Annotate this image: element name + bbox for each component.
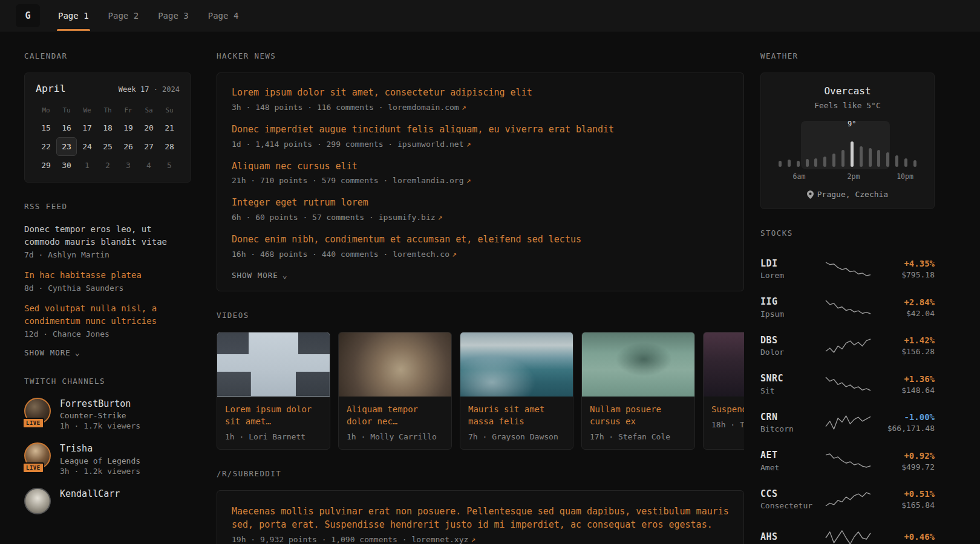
avatar: LIVE bbox=[24, 442, 51, 469]
video-title[interactable]: Mauris sit amet massa felis bbox=[460, 397, 573, 428]
middle-column: HACKER NEWS Lorem ipsum dolor sit amet, … bbox=[217, 51, 744, 544]
stocks-widget: STOCKS LDI Lorem +4.35% $795.18 IIG Ipsu… bbox=[760, 228, 935, 544]
hn-story: Donec enim nibh, condimentum et accumsan… bbox=[232, 233, 729, 259]
hn-story-title[interactable]: Aliquam nec cursus elit bbox=[232, 160, 729, 173]
video-title[interactable]: Nullam posuere cursus ex bbox=[582, 397, 694, 428]
twitch-section-title: TWITCH CHANNELS bbox=[24, 377, 191, 386]
stock-symbol: CCS bbox=[760, 488, 820, 500]
calendar-day: 19 bbox=[118, 118, 139, 137]
stock-sparkline bbox=[825, 260, 871, 278]
stock-sparkline bbox=[825, 490, 871, 508]
stock-price: $165.84 bbox=[877, 500, 935, 510]
video-title[interactable]: Suspendisse diam bbox=[704, 397, 744, 415]
rss-item-title[interactable]: In hac habitasse platea bbox=[24, 269, 191, 282]
video-card[interactable]: Lorem ipsum dolor sit amet consectetu… 1… bbox=[217, 332, 330, 450]
tab-page-4[interactable]: Page 4 bbox=[207, 0, 240, 31]
external-link-icon[interactable]: ↗ bbox=[438, 213, 443, 222]
weather-bars bbox=[777, 139, 918, 167]
video-title[interactable]: Aliquam tempor dolor nec pharetra… bbox=[339, 397, 451, 428]
video-meta: 7h · Grayson Dawson bbox=[460, 427, 573, 449]
weekday-label: Th bbox=[97, 103, 118, 118]
twitch-channel-forrestburton[interactable]: LIVE ForrestBurton Counter-Strike 1h · 1… bbox=[24, 398, 191, 430]
app-logo[interactable]: G bbox=[16, 4, 40, 27]
chevron-down-icon: ⌄ bbox=[283, 271, 288, 280]
rss-item-title[interactable]: Sed volutpat nulla nisl, a condimentum n… bbox=[24, 302, 191, 328]
calendar-day: 20 bbox=[139, 118, 159, 137]
rss-item-title[interactable]: Donec tempor eros leo, ut commodo mauris… bbox=[24, 223, 191, 248]
external-link-icon[interactable]: ↗ bbox=[466, 140, 471, 149]
calendar-day: 26 bbox=[118, 137, 139, 156]
video-thumbnail[interactable] bbox=[339, 332, 451, 397]
calendar-header: April Week 17 · 2024 bbox=[36, 83, 180, 94]
video-title[interactable]: Lorem ipsum dolor sit amet consectetu… bbox=[217, 397, 330, 428]
twitch-channel-trisha[interactable]: LIVE Trisha League of Legends 3h · 1.2k … bbox=[24, 442, 191, 475]
hn-story-meta: 21h · 710 points · 579 comments · loreml… bbox=[232, 176, 729, 185]
rss-item-meta: 7d · Ashlyn Martin bbox=[24, 250, 191, 259]
weather-location: Prague, Czechia bbox=[772, 190, 923, 199]
stock-row-ahs[interactable]: AHS +0.46% bbox=[760, 519, 935, 544]
video-card[interactable]: Aliquam tempor dolor nec pharetra… 1h · … bbox=[338, 332, 452, 450]
video-thumbnail[interactable] bbox=[460, 332, 573, 397]
rss-item: Sed volutpat nulla nisl, a condimentum n… bbox=[24, 302, 191, 338]
hn-story-meta: 1d · 1,414 points · 299 comments · ipsum… bbox=[232, 140, 729, 149]
hn-story-title[interactable]: Lorem ipsum dolor sit amet, consectetur … bbox=[232, 86, 729, 100]
hn-story-meta: 16h · 468 points · 440 comments · loremt… bbox=[232, 250, 729, 259]
tab-page-1[interactable]: Page 1 bbox=[57, 0, 90, 31]
stock-row-ldi[interactable]: LDI Lorem +4.35% $795.18 bbox=[760, 250, 935, 288]
weather-bar bbox=[860, 146, 863, 167]
calendar-day: 27 bbox=[139, 137, 159, 156]
video-card[interactable]: Suspendisse diam 18h · Tara bbox=[703, 332, 744, 450]
video-thumbnail[interactable] bbox=[704, 332, 744, 397]
stock-row-iig[interactable]: IIG Ipsum +2.84% $42.04 bbox=[760, 288, 935, 327]
right-column: WEATHER Overcast Feels like 5°C 9° 6am 2… bbox=[760, 51, 935, 544]
external-link-icon[interactable]: ↗ bbox=[462, 103, 466, 112]
stock-row-ccs[interactable]: CCS Consectetur +0.51% $165.84 bbox=[760, 480, 935, 519]
tab-page-2[interactable]: Page 2 bbox=[107, 0, 140, 31]
twitch-channel-kendallcarr[interactable]: KendallCarr bbox=[24, 488, 191, 514]
weekday-label: Mo bbox=[36, 103, 56, 118]
rss-item-meta: 8d · Cynthia Saunders bbox=[24, 283, 191, 293]
stock-values: +4.35% $795.18 bbox=[877, 258, 935, 279]
external-link-icon[interactable]: ↗ bbox=[466, 176, 471, 185]
rss-show-more-button[interactable]: SHOW MORE ⌄ bbox=[24, 348, 191, 357]
show-more-label: SHOW MORE bbox=[24, 348, 71, 357]
calendar-days: 1516171819202122232425262728293012345 bbox=[36, 118, 180, 175]
video-thumbnail[interactable] bbox=[582, 332, 694, 397]
external-link-icon[interactable]: ↗ bbox=[452, 250, 457, 259]
stock-row-crn[interactable]: CRN Bitcorn -1.00% $66,171.48 bbox=[760, 403, 935, 442]
stock-row-dbs[interactable]: DBS Dolor +1.42% $156.28 bbox=[760, 326, 935, 365]
videos-widget: VIDEOS Lorem ipsum dolor sit amet consec… bbox=[217, 311, 744, 450]
calendar-day: 16 bbox=[56, 118, 77, 137]
stock-name: Lorem bbox=[760, 271, 820, 280]
stock-change: +0.92% bbox=[877, 450, 935, 461]
stock-symbol: AHS bbox=[760, 531, 820, 543]
calendar-day: 21 bbox=[159, 118, 180, 137]
weather-bar bbox=[886, 152, 889, 167]
stock-row-snrc[interactable]: SNRC Sit +1.36% $148.64 bbox=[760, 365, 935, 404]
stock-values: +0.46% bbox=[877, 531, 935, 543]
stock-sparkline bbox=[825, 337, 871, 355]
stock-values: -1.00% $66,171.48 bbox=[877, 412, 935, 433]
video-card[interactable]: Mauris sit amet massa felis 7h · Grayson… bbox=[460, 332, 573, 450]
weather-bar bbox=[877, 150, 880, 167]
channel-game: League of Legends bbox=[60, 456, 140, 465]
video-thumbnail[interactable] bbox=[217, 332, 330, 397]
stock-sparkline bbox=[825, 298, 871, 316]
tab-page-3[interactable]: Page 3 bbox=[157, 0, 190, 31]
video-card[interactable]: Nullam posuere cursus ex 17h · Stefan Co… bbox=[581, 332, 695, 450]
hn-story-title[interactable]: Donec imperdiet augue tincidunt felis al… bbox=[232, 123, 729, 137]
location-pin-icon bbox=[807, 190, 814, 199]
hn-story-title[interactable]: Donec enim nibh, condimentum et accumsan… bbox=[232, 233, 729, 247]
hn-story-title[interactable]: Integer eget rutrum lorem bbox=[232, 196, 729, 210]
hackernews-widget: HACKER NEWS Lorem ipsum dolor sit amet, … bbox=[217, 51, 744, 291]
weekday-label: Su bbox=[159, 103, 180, 118]
calendar-day: 17 bbox=[77, 118, 97, 137]
hn-show-more-button[interactable]: SHOW MORE ⌄ bbox=[232, 271, 729, 280]
calendar-day: 18 bbox=[97, 118, 118, 137]
channel-game: Counter-Strike bbox=[60, 411, 140, 420]
reddit-post-title[interactable]: Maecenas mollis pulvinar erat non posuer… bbox=[232, 505, 729, 532]
stock-row-aet[interactable]: AET Amet +0.92% $499.72 bbox=[760, 442, 935, 481]
weather-bar bbox=[814, 158, 817, 167]
external-link-icon[interactable]: ↗ bbox=[471, 535, 475, 544]
hn-story-meta: 6h · 60 points · 57 comments · ipsumify.… bbox=[232, 213, 729, 222]
